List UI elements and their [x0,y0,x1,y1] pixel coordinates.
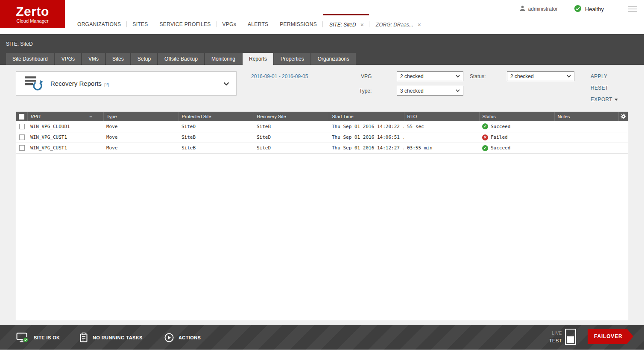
tab-vpgs[interactable]: VPGs [55,53,81,65]
health-indicator[interactable]: Healthy [574,5,604,14]
column-header-rto[interactable]: RTO [404,112,479,121]
cell-start-time: Thu Sep 01 2016 14:06:51 ... [329,132,404,143]
tab-site-dashboard[interactable]: Site Dashboard [6,53,54,65]
report-selector-label: Recovery Reports [50,80,102,87]
site-header: SITE: SiteD Site Dashboard VPGs VMs Site… [0,34,644,65]
column-header-start-time[interactable]: Start Time [329,112,404,121]
live-label: LIVE [552,331,562,336]
column-header-notes[interactable]: Notes [554,112,618,121]
select-all-checkbox[interactable] [19,114,24,120]
report-icon [24,75,44,93]
column-header-vpg[interactable]: VPG– [27,112,103,121]
row-checkbox[interactable] [19,134,25,140]
cell-protected-site: SiteB [179,132,254,143]
report-help-marker[interactable]: |?| [104,82,109,87]
running-tasks-item[interactable]: NO RUNNING TASKS [79,325,143,350]
sort-indicator-icon[interactable]: – [89,114,92,119]
vpg-filter-value: 2 checked [400,73,424,79]
hamburger-menu-icon[interactable] [627,4,638,14]
actions-label: ACTIONS [179,335,201,340]
live-test-switch[interactable] [565,329,576,345]
live-test-toggle: LIVE TEST [549,329,576,345]
status-filter-dropdown[interactable]: 2 checked [507,71,574,81]
tab-sites[interactable]: Sites [106,53,130,65]
toggle-knob[interactable] [567,336,574,343]
content-area: Recovery Reports |?| 2016-09-01 - 2016-0… [0,65,644,325]
column-header-protected-site[interactable]: Protected Site [179,112,254,121]
table-row[interactable]: WIN_VPG_CUST1 Move SiteB SiteD Thu Sep 0… [16,143,628,153]
site-status-label: SITE IS OK [34,335,60,340]
play-circle-icon [164,333,174,342]
report-type-selector[interactable]: Recovery Reports |?| [16,71,237,96]
health-label: Healthy [585,6,604,12]
column-settings-button[interactable] [618,112,628,121]
cell-status: ✕Failed [479,132,554,143]
cell-recovery-site: SiteB [254,121,329,132]
gear-icon [621,114,626,119]
cell-type: Move [103,121,179,132]
cell-vpg: WIN_VPG_CUST1 [27,143,103,153]
table-row[interactable]: WIN_VPG_CLOUD1 Move SiteD SiteB Thu Sep … [16,121,628,132]
healthy-check-icon [574,5,582,14]
type-filter-dropdown[interactable]: 3 checked [397,86,463,96]
user-name: administrator [528,6,558,12]
tab-vms[interactable]: VMs [82,53,105,65]
chevron-down-icon [567,75,571,78]
date-range-link[interactable]: 2016-09-01 - 2016-09-05 [251,73,308,79]
cell-rto: 55 sec [404,121,479,132]
user-menu[interactable]: administrator [519,5,558,13]
page-title: SITE: SiteD [6,41,33,47]
type-filter-label: Type: [359,88,372,94]
column-header-recovery-site[interactable]: Recovery Site [254,112,329,121]
doc-tab-zorg-draas[interactable]: ZORG: DRaas... × [369,14,426,34]
doc-tab-site-sited[interactable]: SITE: SiteD × [323,14,369,34]
cell-type: Move [103,132,179,143]
tab-properties[interactable]: Properties [274,53,310,65]
cell-status: ✓Succeed [479,143,554,153]
cell-notes [554,132,618,143]
tab-monitoring[interactable]: Monitoring [205,53,242,65]
doc-tab-label: SITE: SiteD [329,22,356,28]
doc-tab-label: ZORG: DRaas... [376,22,413,28]
nav-sites[interactable]: SITES [127,21,153,27]
site-status-item[interactable]: SITE IS OK [16,325,60,350]
nav-vpgs[interactable]: VPGs [217,21,242,27]
tasks-status-label: NO RUNNING TASKS [93,335,143,340]
tab-organizations[interactable]: Organizations [311,53,356,65]
failover-button[interactable]: FAILOVER [588,329,633,344]
close-icon[interactable]: × [418,22,421,28]
close-icon[interactable]: × [360,22,364,28]
vpg-filter-label: VPG [361,73,372,79]
nav-permissions[interactable]: PERMISSIONS [274,21,322,27]
cell-type: Move [103,143,179,153]
row-checkbox[interactable] [19,145,25,151]
reset-button[interactable]: RESET [591,85,609,91]
success-icon: ✓ [482,123,488,129]
vpg-filter-dropdown[interactable]: 2 checked [397,71,463,81]
top-bar: Zerto Cloud Manager ORGANIZATIONS SITES … [0,0,644,34]
table-row[interactable]: WIN_VPG_CUST1 Move SiteB SiteD Thu Sep 0… [16,132,628,143]
cell-recovery-site: SiteD [254,132,329,143]
chevron-down-icon [456,75,460,78]
nav-organizations[interactable]: ORGANIZATIONS [72,21,126,27]
tab-reports[interactable]: Reports [243,53,273,65]
nav-alerts[interactable]: ALERTS [242,21,274,27]
column-header-type[interactable]: Type [103,112,179,121]
brand-subtitle: Cloud Manager [16,18,48,23]
column-header-status[interactable]: Status [479,112,554,121]
cell-recovery-site: SiteD [254,143,329,153]
apply-button[interactable]: APPLY [591,73,607,79]
table-header-row: VPG– Type Protected Site Recovery Site S… [16,112,628,121]
actions-menu[interactable]: ACTIONS [164,325,201,350]
cell-start-time: Thu Sep 01 2016 14:20:22 ... [329,121,404,132]
export-label: EXPORT [591,96,612,102]
cell-protected-site: SiteB [179,143,254,153]
nav-service-profiles[interactable]: SERVICE PROFILES [154,21,217,27]
export-button[interactable]: EXPORT [591,96,618,102]
status-bar: SITE IS OK NO RUNNING TASKS ACTIONS LIVE… [0,325,644,350]
row-checkbox[interactable] [19,124,25,129]
tab-offsite-backup[interactable]: Offsite Backup [158,53,204,65]
top-navigation: ORGANIZATIONS SITES SERVICE PROFILES VPG… [72,14,426,34]
cell-protected-site: SiteD [179,121,254,132]
tab-setup[interactable]: Setup [131,53,157,65]
